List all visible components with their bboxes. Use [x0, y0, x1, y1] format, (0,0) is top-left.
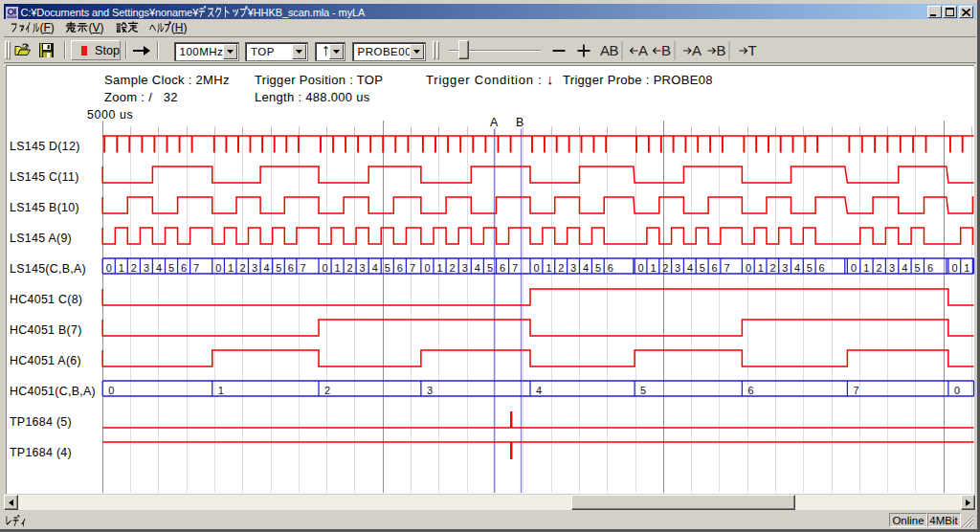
svg-text:1: 1: [335, 262, 341, 274]
svg-text:7: 7: [724, 262, 729, 274]
svg-text:5: 5: [807, 262, 813, 274]
svg-text:1: 1: [218, 385, 224, 396]
svg-text:1: 1: [863, 262, 869, 274]
svg-text:1: 1: [228, 262, 234, 274]
svg-text:Trigger Condition : ↓: Trigger Condition : ↓: [426, 71, 554, 87]
svg-text:0: 0: [106, 262, 112, 274]
svg-text:3: 3: [462, 262, 468, 274]
svg-text:B: B: [661, 42, 671, 58]
svg-text:5: 5: [915, 262, 921, 274]
svg-text:0: 0: [951, 262, 957, 274]
svg-text:3: 3: [144, 262, 149, 274]
svg-text:1: 1: [437, 262, 443, 274]
svg-text:2: 2: [558, 262, 564, 274]
svg-text:4: 4: [264, 262, 270, 274]
svg-text:4: 4: [794, 262, 800, 274]
svg-text:HC4051(C,B,A): HC4051(C,B,A): [10, 385, 96, 398]
svg-text:6: 6: [288, 262, 294, 274]
svg-text:4: 4: [687, 262, 693, 274]
svg-text:TP1684 (5): TP1684 (5): [10, 415, 72, 429]
svg-text:0: 0: [851, 262, 857, 274]
svg-text:0: 0: [108, 385, 114, 396]
svg-text:5000 us: 5000 us: [87, 108, 133, 122]
svg-text:6: 6: [397, 262, 403, 274]
svg-text:4: 4: [902, 262, 907, 274]
svg-text:7: 7: [853, 385, 858, 396]
svg-text:1: 1: [119, 262, 124, 274]
svg-text:LS145 A(9): LS145 A(9): [10, 232, 72, 245]
svg-text:0: 0: [534, 262, 540, 274]
svg-text:2: 2: [662, 262, 668, 274]
svg-text:2: 2: [450, 262, 456, 274]
svg-text:1: 1: [650, 262, 656, 274]
svg-text:6: 6: [819, 262, 825, 274]
svg-text:HC4051 B(7): HC4051 B(7): [10, 323, 82, 337]
svg-text:1: 1: [964, 262, 969, 274]
svg-text:6: 6: [500, 262, 505, 274]
svg-text:2: 2: [240, 262, 246, 274]
svg-text:1: 1: [758, 262, 764, 274]
svg-text:7: 7: [512, 262, 518, 274]
svg-text:3: 3: [675, 262, 680, 274]
svg-text:0: 0: [215, 262, 221, 274]
svg-text:AB: AB: [600, 42, 619, 58]
svg-text:Zoom : / 32: Zoom : / 32: [104, 90, 178, 104]
svg-text:5: 5: [168, 262, 174, 274]
svg-text:2: 2: [324, 385, 330, 396]
svg-text:TP1684 (4): TP1684 (4): [10, 446, 72, 459]
svg-text:5: 5: [640, 385, 646, 396]
svg-text:B: B: [717, 42, 726, 58]
svg-text:6: 6: [927, 262, 933, 274]
svg-text:4: 4: [372, 262, 378, 274]
svg-text:0: 0: [954, 385, 960, 396]
svg-text:LS145(C,B,A): LS145(C,B,A): [10, 262, 86, 276]
svg-text:4: 4: [583, 262, 589, 274]
svg-text:6: 6: [712, 262, 718, 274]
svg-text:0: 0: [638, 262, 644, 274]
svg-text:T: T: [748, 42, 757, 58]
svg-text:6: 6: [608, 262, 613, 274]
svg-text:3: 3: [427, 385, 433, 396]
svg-text:7: 7: [193, 262, 199, 274]
svg-text:7: 7: [300, 262, 305, 274]
svg-text:5: 5: [700, 262, 705, 274]
svg-text:6: 6: [181, 262, 187, 274]
svg-text:3: 3: [889, 262, 895, 274]
svg-text:4: 4: [475, 262, 480, 274]
svg-text:A: A: [692, 42, 702, 58]
svg-text:5: 5: [385, 262, 390, 274]
svg-text:HC4051 C(8): HC4051 C(8): [10, 293, 82, 306]
svg-text:A: A: [638, 42, 648, 58]
svg-text:2: 2: [770, 262, 776, 274]
svg-text:3: 3: [252, 262, 257, 274]
svg-text:LS145 B(10): LS145 B(10): [10, 201, 79, 214]
svg-text:2: 2: [877, 262, 882, 274]
svg-text:4: 4: [156, 262, 162, 274]
svg-text:0: 0: [323, 262, 328, 274]
svg-text:0: 0: [746, 262, 751, 274]
svg-text:5: 5: [487, 262, 493, 274]
svg-text:B: B: [516, 116, 524, 129]
svg-text:Length : 488.000 us: Length : 488.000 us: [255, 90, 370, 104]
svg-text:LS145 D(12): LS145 D(12): [10, 140, 80, 153]
svg-text:4: 4: [536, 385, 542, 396]
svg-text:Trigger Position : TOP: Trigger Position : TOP: [255, 73, 383, 87]
svg-text:2: 2: [347, 262, 353, 274]
svg-text:3: 3: [782, 262, 788, 274]
svg-text:3: 3: [570, 262, 576, 274]
svg-text:0: 0: [424, 262, 430, 274]
svg-text:3: 3: [360, 262, 366, 274]
svg-text:5: 5: [595, 262, 601, 274]
svg-text:1: 1: [546, 262, 551, 274]
svg-text:LS145 C(11): LS145 C(11): [10, 170, 79, 184]
svg-text:2: 2: [131, 262, 137, 274]
svg-text:6: 6: [747, 385, 753, 396]
svg-text:5: 5: [276, 262, 281, 274]
svg-text:Sample Clock : 2MHz: Sample Clock : 2MHz: [104, 73, 230, 87]
svg-text:A: A: [490, 116, 499, 129]
svg-text:HC4051 A(6): HC4051 A(6): [10, 354, 81, 367]
svg-text:Trigger Probe : PROBE08: Trigger Probe : PROBE08: [563, 73, 713, 87]
svg-text:7: 7: [410, 262, 415, 274]
